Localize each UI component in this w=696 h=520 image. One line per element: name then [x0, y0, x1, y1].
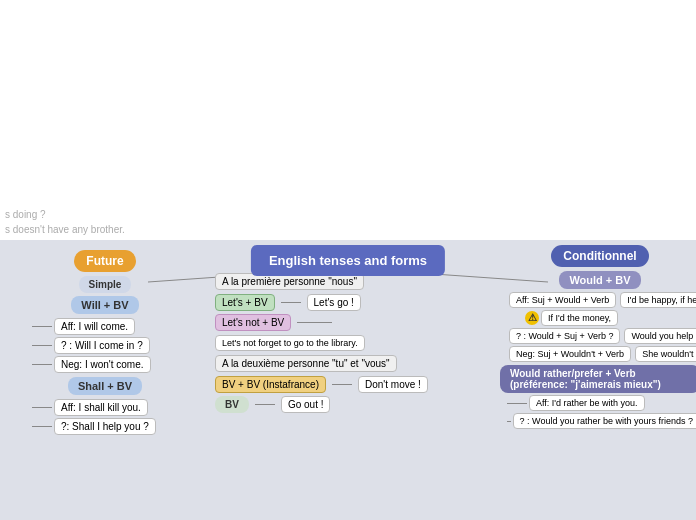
whiteboard-top: s doing ? s doesn't have any brother. — [0, 0, 696, 240]
conn5 — [32, 426, 52, 427]
q-rather-box: ? : Would you rather be with yours frien… — [513, 413, 696, 429]
conn6 — [281, 302, 301, 303]
would-bv-sub: Would + BV — [559, 271, 640, 289]
neg-suj-row: Neg: Suj + Wouldn't + Verb She wouldn't … — [505, 346, 696, 362]
conn1 — [32, 326, 52, 327]
q-shall-row: ?: Shall I help you ? — [30, 418, 210, 435]
conn8 — [332, 384, 352, 385]
lets-not-forget-box: Let's not forget to go to the library. — [215, 335, 365, 351]
lets-not-bv-box: Let's not + BV — [215, 314, 291, 331]
idrather-box: Aff: I'd rather be with you. — [529, 395, 645, 411]
conn17 — [507, 421, 511, 422]
q-will-row: ? : Will I come in ? — [30, 337, 210, 354]
wouldprefer-sub: Would rather/prefer + Verb (préférence: … — [500, 365, 696, 393]
would-help-box: Would you help me pl — [624, 328, 696, 344]
mindmap-area: English tenses and forms Future Simple W… — [0, 240, 696, 520]
conn4 — [32, 407, 52, 408]
simple-sub: Simple — [79, 276, 132, 293]
canvas: s doing ? s doesn't have any brother. En… — [0, 0, 696, 520]
q-rather-row: ? : Would you rather be with yours frien… — [505, 413, 696, 429]
dont-move-box: Don't move ! — [358, 376, 428, 393]
lets-us-bv-box: Let's + BV — [215, 294, 275, 311]
aff-suj-box: Aff: Suj + Would + Verb — [509, 292, 616, 308]
left-note-2: s doesn't have any brother. — [5, 224, 125, 235]
conn3 — [32, 364, 52, 365]
if-money-box: If I'd the money, — [541, 310, 618, 326]
neg-will-box: Neg: I won't come. — [54, 356, 151, 373]
will-bv-sub: Will + BV — [71, 296, 138, 314]
conn7 — [297, 322, 332, 323]
id-be-happy-box: I'd be happy, if he cam — [620, 292, 696, 308]
bv-instafrance-box: BV + BV (Instafrance) — [215, 376, 326, 393]
q-would-box: ? : Would + Suj + Verb ? — [509, 328, 620, 344]
conn2 — [32, 345, 52, 346]
lets-go-box: Let's go ! — [307, 294, 361, 311]
aff-will-row: Aff: I will come. — [30, 318, 210, 335]
aff-shall-box: Aff: I shall kill you. — [54, 399, 148, 416]
bv-label-box: BV — [215, 396, 249, 413]
go-out-box: Go out ! — [281, 396, 331, 413]
warning-row: ⚠ If I'd the money, — [525, 310, 696, 326]
conn9 — [255, 404, 275, 405]
conditionnel-header: Conditionnel — [551, 245, 648, 267]
warning-icon: ⚠ — [525, 311, 539, 325]
shall-bv-sub: Shall + BV — [68, 377, 142, 395]
neg-will-row: Neg: I won't come. — [30, 356, 210, 373]
conn16 — [507, 403, 527, 404]
deuxieme-label: A la deuxième personne "tu" et "vous" — [215, 355, 397, 372]
conditionnel-branch: Conditionnel Would + BV Aff: Suj + Would… — [500, 245, 696, 431]
q-shall-box: ?: Shall I help you ? — [54, 418, 156, 435]
future-header: Future — [74, 250, 135, 272]
neg-suj-box: Neg: Suj + Wouldn't + Verb — [509, 346, 631, 362]
q-will-box: ? : Will I come in ? — [54, 337, 150, 354]
aff-shall-row: Aff: I shall kill you. — [30, 399, 210, 416]
central-node: English tenses and forms — [251, 245, 445, 276]
aff-will-box: Aff: I will come. — [54, 318, 135, 335]
she-wouldnt-box: She wouldn't spe — [635, 346, 696, 362]
left-note-1: s doing ? — [5, 209, 46, 220]
aff-suj-row: Aff: Suj + Would + Verb I'd be happy, if… — [505, 292, 696, 308]
future-branch: Future Simple Will + BV Aff: I will come… — [0, 250, 210, 437]
q-would-row: ? : Would + Suj + Verb ? Would you help … — [505, 328, 696, 344]
idrather-row: Aff: I'd rather be with you. — [505, 395, 696, 411]
